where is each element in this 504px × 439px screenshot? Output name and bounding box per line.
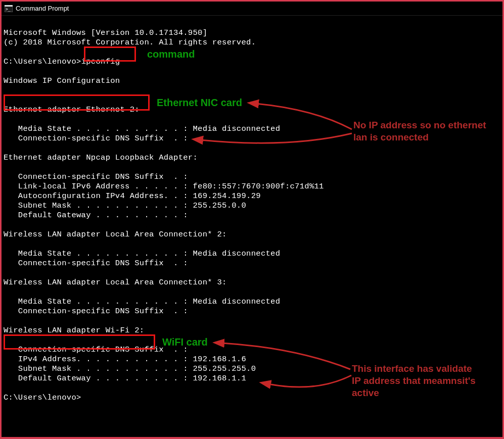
media-state: Media State . . . . . . . . . . . : Medi… [4,249,280,258]
dns-suffix: Connection-specific DNS Suffix . : [4,134,188,143]
titlebar[interactable]: >_ Command Prompt [2,2,502,16]
svg-text:>_: >_ [6,7,11,12]
annotation-no-ip: No IP address so no ethernet lan is conn… [353,119,490,143]
adapter-wlan3: Wireless LAN adapter Local Area Connecti… [4,278,227,287]
media-state: Media State . . . . . . . . . . . : Medi… [4,124,280,133]
annotation-ethernet-nic: Ethernet NIC card [157,96,242,109]
version-line: Microsoft Windows [Version 10.0.17134.95… [4,28,207,37]
dns-suffix: Connection-specific DNS Suffix . : [4,259,188,268]
annotation-command: command [147,48,195,60]
adapter-npcap: Ethernet adapter Npcap Loopback Adapter: [4,153,198,162]
adapter-wlan2: Wireless LAN adapter Local Area Connecti… [4,230,227,239]
ipv4-address: IPv4 Address. . . . . . . . . . . : 192.… [4,355,246,364]
copyright-line: (c) 2018 Microsoft Corporation. All righ… [4,38,256,47]
default-gateway: Default Gateway . . . . . . . . . : [4,211,188,220]
window-title: Command Prompt [16,5,69,12]
command-text: ipconfig [81,57,120,66]
adapter-ethernet2: Ethernet adapter Ethernet 2: [4,105,140,114]
cmd-icon: >_ [5,5,13,13]
command-prompt-window: >_ Command Prompt Microsoft Windows [Ver… [0,0,504,439]
dns-suffix: Connection-specific DNS Suffix . : [4,172,188,181]
ipv4-autoconfig: Autoconfiguration IPv4 Address. . : 169.… [4,191,261,201]
ipv6-address: Link-local IPv6 Address . . . . . : fe80… [4,182,324,191]
subnet-mask: Subnet Mask . . . . . . . . . . . : 255.… [4,364,256,373]
adapter-wifi2: Wireless LAN adapter Wi-Fi 2: [4,326,144,335]
svg-rect-1 [5,5,13,7]
terminal-output[interactable]: Microsoft Windows [Version 10.0.17134.95… [2,16,502,406]
prompt: C:\Users\lenovo> [4,57,81,66]
dns-suffix: Connection-specific DNS Suffix . : [4,345,188,354]
default-gateway: Default Gateway . . . . . . . . . : 192.… [4,374,246,383]
annotation-valid-ip: This interface has validate IP address t… [352,363,483,399]
annotation-wifi-card: WiFI card [162,336,208,348]
prompt: C:\Users\lenovo> [4,393,81,402]
subnet-mask: Subnet Mask . . . . . . . . . . . : 255.… [4,201,246,210]
dns-suffix: Connection-specific DNS Suffix . : [4,307,188,316]
ipconfig-heading: Windows IP Configuration [4,76,120,85]
media-state: Media State . . . . . . . . . . . : Medi… [4,297,280,306]
